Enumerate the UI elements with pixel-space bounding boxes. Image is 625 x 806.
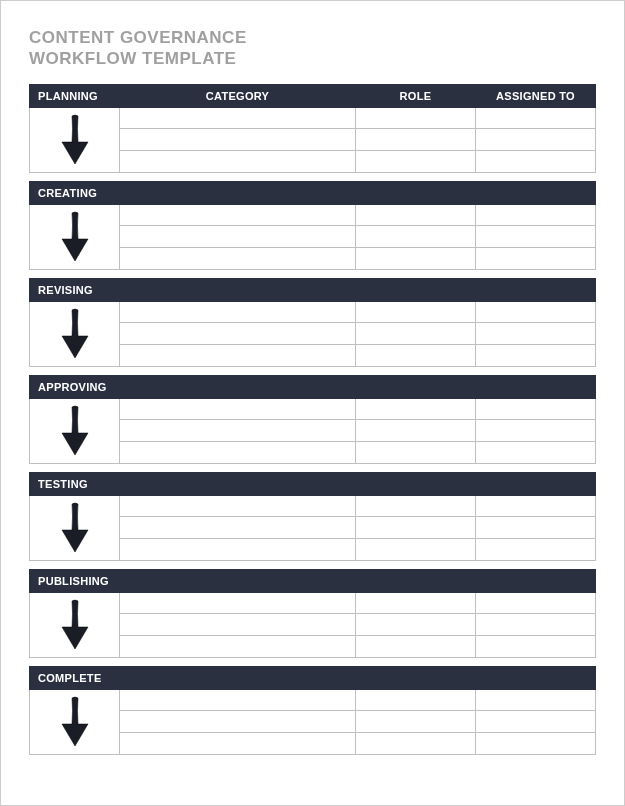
section-spacer [30,463,596,472]
col-header-blank [356,181,476,204]
cell-assigned[interactable] [476,150,596,172]
stage-arrow-cell [30,495,120,560]
cell-assigned[interactable] [476,689,596,711]
cell-assigned[interactable] [476,107,596,129]
down-arrow-icon [60,405,90,457]
stage-arrow-cell [30,107,120,172]
col-header-blank [120,375,356,398]
cell-category[interactable] [120,150,356,172]
cell-role[interactable] [356,614,476,636]
stage-header: TESTING [30,472,120,495]
cell-category[interactable] [120,344,356,366]
cell-role[interactable] [356,635,476,657]
section-spacer [30,172,596,181]
col-header-blank [120,181,356,204]
cell-category[interactable] [120,635,356,657]
cell-assigned[interactable] [476,129,596,151]
cell-category[interactable] [120,495,356,517]
cell-role[interactable] [356,107,476,129]
cell-role[interactable] [356,420,476,442]
cell-assigned[interactable] [476,398,596,420]
cell-category[interactable] [120,538,356,560]
cell-category[interactable] [120,614,356,636]
down-arrow-icon [60,599,90,651]
table-row [30,592,596,614]
cell-assigned[interactable] [476,614,596,636]
cell-category[interactable] [120,517,356,539]
table-row [30,301,596,323]
cell-assigned[interactable] [476,592,596,614]
cell-role[interactable] [356,592,476,614]
table-row [30,107,596,129]
cell-assigned[interactable] [476,323,596,345]
down-arrow-icon [60,502,90,554]
cell-category[interactable] [120,711,356,733]
table-row [30,689,596,711]
col-header-role: ROLE [356,84,476,107]
cell-assigned[interactable] [476,441,596,463]
cell-category[interactable] [120,398,356,420]
cell-category[interactable] [120,226,356,248]
section-spacer [30,269,596,278]
stage-arrow-cell [30,398,120,463]
cell-role[interactable] [356,204,476,226]
cell-assigned[interactable] [476,538,596,560]
cell-role[interactable] [356,398,476,420]
section-spacer [30,366,596,375]
cell-role[interactable] [356,538,476,560]
cell-category[interactable] [120,441,356,463]
cell-role[interactable] [356,247,476,269]
cell-assigned[interactable] [476,732,596,754]
cell-category[interactable] [120,129,356,151]
cell-category[interactable] [120,689,356,711]
cell-assigned[interactable] [476,495,596,517]
section-header-row: APPROVING [30,375,596,398]
cell-category[interactable] [120,247,356,269]
stage-arrow-cell [30,592,120,657]
cell-assigned[interactable] [476,204,596,226]
col-header-assigned: ASSIGNED TO [476,84,596,107]
stage-arrow-cell [30,301,120,366]
col-header-blank [476,278,596,301]
section-spacer [30,657,596,666]
stage-header: CREATING [30,181,120,204]
cell-role[interactable] [356,323,476,345]
down-arrow-icon [60,696,90,748]
col-header-blank [476,375,596,398]
cell-role[interactable] [356,689,476,711]
table-row [30,204,596,226]
cell-category[interactable] [120,420,356,442]
down-arrow-icon [60,114,90,166]
cell-assigned[interactable] [476,517,596,539]
cell-role[interactable] [356,441,476,463]
cell-role[interactable] [356,517,476,539]
cell-role[interactable] [356,129,476,151]
cell-assigned[interactable] [476,635,596,657]
cell-category[interactable] [120,592,356,614]
cell-category[interactable] [120,204,356,226]
cell-category[interactable] [120,107,356,129]
cell-assigned[interactable] [476,247,596,269]
col-header-blank [476,569,596,592]
section-header-row: TESTING [30,472,596,495]
stage-header: PLANNING [30,84,120,107]
cell-role[interactable] [356,301,476,323]
cell-role[interactable] [356,344,476,366]
cell-assigned[interactable] [476,420,596,442]
col-header-blank [356,666,476,689]
cell-role[interactable] [356,495,476,517]
down-arrow-icon [60,211,90,263]
cell-category[interactable] [120,301,356,323]
cell-role[interactable] [356,711,476,733]
cell-role[interactable] [356,732,476,754]
cell-category[interactable] [120,732,356,754]
cell-category[interactable] [120,323,356,345]
cell-assigned[interactable] [476,301,596,323]
cell-assigned[interactable] [476,226,596,248]
down-arrow-icon [60,308,90,360]
cell-role[interactable] [356,226,476,248]
col-header-blank [120,278,356,301]
cell-role[interactable] [356,150,476,172]
cell-assigned[interactable] [476,711,596,733]
cell-assigned[interactable] [476,344,596,366]
